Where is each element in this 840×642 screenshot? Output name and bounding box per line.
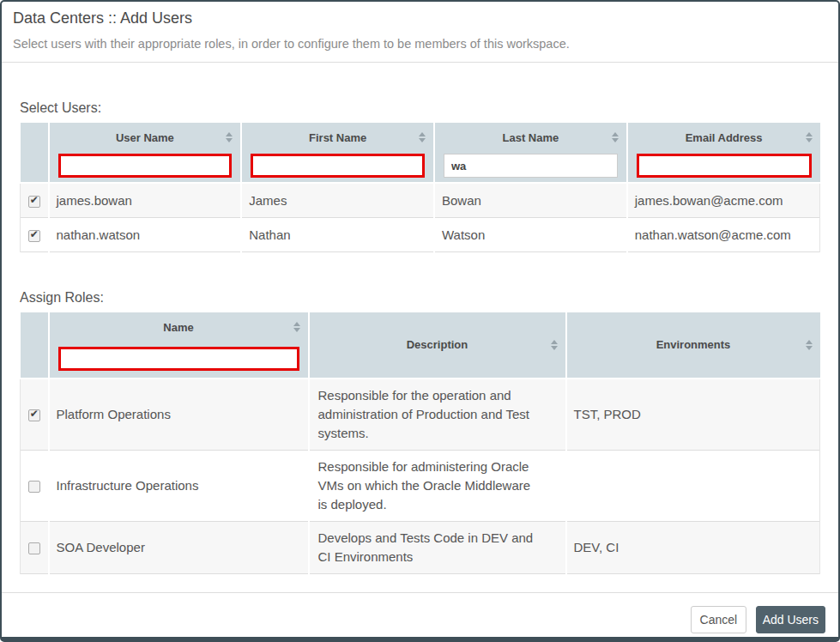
column-header-role-name[interactable]: Name (49, 312, 309, 379)
column-header-first-name[interactable]: First Name (241, 123, 434, 183)
add-users-dialog: Data Centers :: Add Users Select users w… (0, 0, 840, 642)
cell-role-description: Responsible for administering Oracle VMs… (309, 450, 566, 521)
page-subtitle: Select users with their appropriate role… (13, 37, 827, 51)
cell-email: nathan.watson@acme.com (627, 217, 820, 251)
sort-icon[interactable] (612, 132, 619, 142)
filter-input-role-name[interactable] (58, 347, 299, 371)
cell-email: james.bowan@acme.com (627, 183, 820, 217)
column-header-last-name[interactable]: Last Name (434, 123, 627, 183)
sort-icon[interactable] (419, 132, 426, 142)
sort-icon[interactable] (226, 132, 233, 142)
users-header-checkbox-column (21, 123, 49, 183)
filter-input-user-name[interactable] (58, 154, 233, 178)
filter-input-first-name[interactable] (251, 154, 425, 178)
cell-first-name: James (241, 183, 434, 217)
roles-table: Name Description Environments (20, 312, 820, 574)
column-header-user-name[interactable]: User Name (49, 123, 242, 183)
user-row-checkbox[interactable] (28, 230, 40, 242)
cell-last-name: Bowan (434, 183, 627, 217)
users-table: User Name First Name Last Name (20, 123, 820, 252)
cell-user-name: nathan.watson (49, 217, 242, 251)
cell-role-name: Infrastructure Operations (49, 450, 309, 521)
add-users-button[interactable]: Add Users (756, 606, 825, 633)
cell-first-name: Nathan (241, 217, 434, 251)
roles-header-checkbox-column (21, 312, 49, 379)
cell-user-name: james.bowan (49, 183, 242, 217)
filter-input-last-name[interactable] (444, 154, 618, 178)
sort-icon[interactable] (806, 340, 813, 350)
user-row: nathan.watson Nathan Watson nathan.watso… (21, 217, 820, 251)
dialog-body: Select Users: User Name First Name (2, 100, 838, 574)
cell-role-name: Platform Operations (49, 379, 309, 451)
role-row-checkbox[interactable] (28, 409, 40, 421)
column-header-email-address[interactable]: Email Address (627, 123, 820, 183)
sort-icon[interactable] (551, 340, 558, 350)
cell-role-name: SOA Developer (49, 521, 309, 573)
column-header-description[interactable]: Description (309, 312, 566, 379)
role-row: Infrastructure Operations Responsible fo… (21, 450, 820, 521)
cancel-button[interactable]: Cancel (691, 606, 747, 633)
cell-last-name: Watson (434, 217, 627, 251)
role-row: SOA Developer Develops and Tests Code in… (21, 521, 820, 573)
user-row: james.bowan James Bowan james.bowan@acme… (21, 183, 820, 217)
role-row-checkbox[interactable] (28, 481, 40, 493)
role-row: Platform Operations Responsible for the … (21, 379, 820, 451)
cell-role-environments: DEV, CI (566, 521, 820, 573)
dialog-footer: Cancel Add Users (2, 592, 838, 633)
user-row-checkbox[interactable] (28, 196, 40, 208)
cell-role-description: Develops and Tests Code in DEV and CI En… (309, 521, 566, 573)
assign-roles-label: Assign Roles: (20, 290, 820, 306)
sort-icon[interactable] (806, 132, 813, 142)
filter-input-email-address[interactable] (637, 154, 812, 178)
cell-role-environments: TST, PROD (566, 379, 820, 451)
page-title: Data Centers :: Add Users (13, 9, 827, 27)
role-row-checkbox[interactable] (28, 542, 40, 554)
sort-icon[interactable] (293, 322, 300, 332)
dialog-header: Data Centers :: Add Users Select users w… (2, 2, 838, 63)
column-header-environments[interactable]: Environments (566, 312, 820, 379)
select-users-label: Select Users: (20, 100, 820, 116)
cell-role-description: Responsible for the operation and admini… (309, 379, 566, 451)
cell-role-environments (566, 450, 820, 521)
